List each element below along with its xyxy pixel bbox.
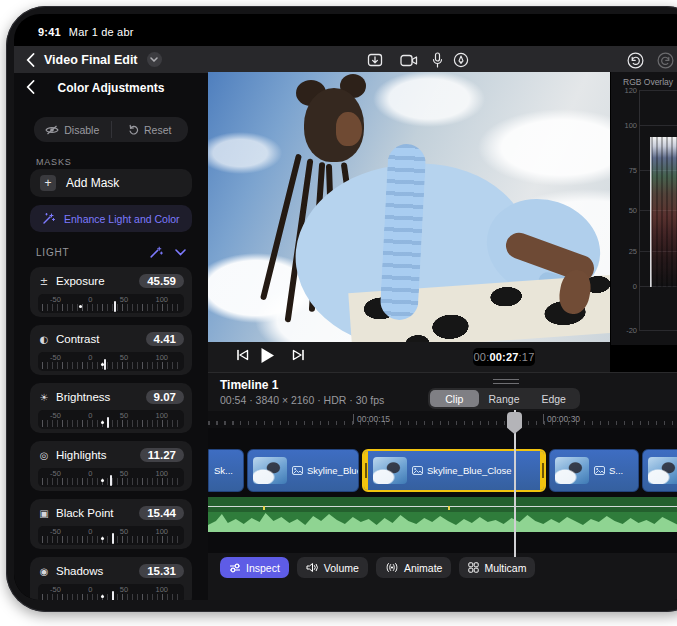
- inspect-label: Inspect: [246, 562, 280, 574]
- reset-button[interactable]: Reset: [112, 117, 189, 142]
- value-indicator[interactable]: [110, 475, 112, 486]
- scope-axis-label: 75: [611, 166, 637, 175]
- timeline-name[interactable]: Timeline 1: [220, 378, 278, 392]
- microphone-icon[interactable]: [428, 51, 446, 69]
- next-frame-button[interactable]: [292, 349, 305, 361]
- rgb-overlay-scope[interactable]: RGB Overlay 120 100 75 50 25 0 -20: [610, 72, 677, 345]
- ruler-ticks: [208, 421, 677, 425]
- slider-ruler[interactable]: -50050100: [38, 410, 184, 429]
- project-title[interactable]: Video Final Edit: [44, 53, 138, 67]
- add-mask-button[interactable]: + Add Mask: [30, 169, 192, 197]
- slider-contrast[interactable]: ◐ Contrast 4.41 -50050100: [30, 325, 192, 375]
- animate-icon: [385, 562, 399, 573]
- multicam-label: Multicam: [484, 562, 526, 574]
- slider-value[interactable]: 15.31: [139, 564, 184, 578]
- slider-label: Highlights: [56, 449, 134, 461]
- zero-dot: [101, 421, 104, 424]
- plus-icon: +: [40, 175, 56, 191]
- inspect-sliders-icon: [229, 563, 241, 573]
- tick-label: 50: [120, 295, 128, 304]
- slider-exposure[interactable]: ± Exposure 45.59 -50050100: [30, 267, 192, 317]
- animate-button[interactable]: Animate: [376, 557, 452, 578]
- enhance-label: Enhance Light and Color: [64, 213, 180, 225]
- scope-axis-label: 100: [611, 121, 637, 130]
- inspect-button[interactable]: Inspect: [220, 557, 289, 578]
- slider-highlights[interactable]: ◎ Highlights 11.27 -50050100: [30, 441, 192, 491]
- disable-button[interactable]: Disable: [34, 117, 111, 142]
- enhance-light-color-button[interactable]: Enhance Light and Color: [30, 205, 192, 232]
- slider-ruler[interactable]: -50050100: [38, 526, 184, 545]
- slider-value[interactable]: 11.27: [140, 448, 184, 462]
- screen: 9:41Mar 1 de abr Video Final Edit: [14, 14, 677, 600]
- slider-shadows[interactable]: ◉ Shadows 15.31 -50050100: [30, 557, 192, 600]
- audio-track-clip[interactable]: [208, 497, 677, 532]
- ruler-label: 00:00:15: [353, 414, 390, 424]
- scope-axis-line: [639, 90, 640, 330]
- audio-waveform: [208, 509, 677, 532]
- clip-skyline-blue-wide[interactable]: Skyline_Blue_Wide: [247, 449, 359, 492]
- timecode-display[interactable]: 00:00:27:17: [473, 348, 535, 366]
- mode-clip[interactable]: Clip: [430, 390, 479, 407]
- video-viewer[interactable]: [208, 72, 610, 342]
- mode-range[interactable]: Range: [480, 390, 529, 407]
- play-button[interactable]: [260, 347, 275, 364]
- value-indicator[interactable]: [114, 301, 116, 312]
- timecode-hours: 00:: [474, 351, 490, 363]
- waveform-trace: [651, 137, 677, 287]
- video-track: Sk... Skyline_Blue_Wide Skyline_Blue_Clo…: [208, 449, 677, 492]
- timeline-ruler[interactable]: 00:00:15 00:00:30: [208, 411, 677, 428]
- clip-label: S...: [609, 465, 623, 476]
- add-mask-label: Add Mask: [66, 176, 119, 190]
- clip-partial-left[interactable]: Sk...: [208, 449, 244, 492]
- contrast-icon: ◐: [38, 334, 50, 345]
- tick-label: 100: [155, 353, 168, 362]
- slider-value[interactable]: 45.59: [139, 274, 184, 288]
- status-date: Mar 1 de abr: [69, 26, 134, 38]
- multicam-button[interactable]: Multicam: [459, 557, 535, 578]
- scope-axis-label: 0: [611, 282, 637, 291]
- slider-ruler[interactable]: -50050100: [38, 584, 184, 600]
- import-media-icon[interactable]: [366, 51, 384, 69]
- tick-label: 100: [155, 527, 168, 536]
- black-point-icon: ▣: [38, 508, 50, 519]
- title-dropdown-button[interactable]: [147, 52, 162, 67]
- slider-value[interactable]: 9.07: [146, 390, 184, 404]
- timeline-drag-handle[interactable]: [493, 379, 519, 384]
- tick-label: -50: [50, 585, 61, 594]
- volume-label: Volume: [324, 562, 359, 574]
- undo-icon[interactable]: [626, 51, 644, 69]
- clip-cut-off-right[interactable]: [642, 449, 677, 492]
- camera-icon[interactable]: [400, 51, 418, 69]
- light-section-row: LIGHT: [36, 245, 186, 259]
- volume-button[interactable]: Volume: [297, 557, 368, 578]
- clip-skyline-blue-close-selected[interactable]: Skyline_Blue_Close: [362, 449, 546, 492]
- redo-icon: [656, 51, 674, 69]
- tick-label: 0: [88, 469, 92, 478]
- clip-label: Skyline_Blue_Close: [427, 465, 512, 476]
- trim-handle-left[interactable]: [363, 451, 368, 490]
- trim-handle-right[interactable]: [540, 451, 545, 490]
- clip-s-partial[interactable]: S...: [549, 449, 639, 492]
- slider-ruler[interactable]: -50050100: [38, 352, 184, 371]
- back-icon[interactable]: [26, 53, 35, 67]
- slider-brightness[interactable]: ☀ Brightness 9.07 -50050100: [30, 383, 192, 433]
- status-time: 9:41: [38, 26, 61, 38]
- tick-marks: [42, 362, 180, 369]
- slider-value[interactable]: 4.41: [146, 332, 184, 346]
- collapse-chevron-icon[interactable]: [175, 249, 186, 256]
- previous-frame-button[interactable]: [236, 349, 249, 361]
- clip-thumbnail: [253, 457, 287, 484]
- annotate-pencil-icon[interactable]: [452, 51, 470, 69]
- slider-black-point[interactable]: ▣ Black Point 15.44 -50050100: [30, 499, 192, 549]
- timeline-toolbar: Inspect Volume Animate Multicam: [220, 557, 535, 578]
- edit-mode-segment: Clip Range Edge: [428, 388, 580, 409]
- slider-ruler[interactable]: -50050100: [38, 468, 184, 487]
- slider-ruler[interactable]: -50050100: [38, 294, 184, 313]
- volume-line[interactable]: [208, 506, 677, 507]
- auto-enhance-icon[interactable]: [149, 245, 163, 259]
- clip-label: Skyline_Blue_Wide: [307, 465, 359, 476]
- slider-value[interactable]: 15.44: [139, 506, 184, 520]
- zero-dot: [101, 363, 104, 366]
- mode-edge[interactable]: Edge: [529, 390, 578, 407]
- tick-label: 100: [155, 469, 168, 478]
